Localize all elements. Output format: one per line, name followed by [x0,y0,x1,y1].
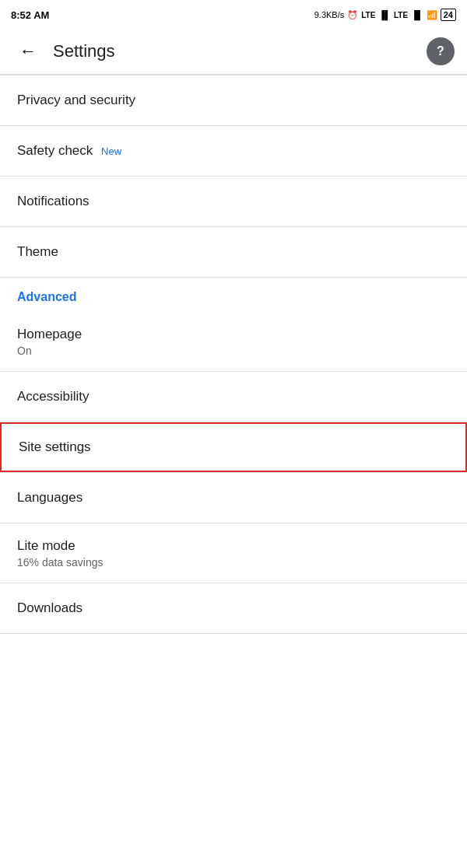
signal-icon: ▐▌ [378,10,391,19]
network-speed: 9.3KB/s [314,10,345,19]
settings-item-downloads[interactable]: Downloads [0,583,467,633]
theme-label: Theme [17,243,450,261]
settings-item-languages[interactable]: Languages [0,473,467,523]
battery-icon: 24 [441,9,456,21]
back-arrow-icon: ← [19,41,37,61]
settings-item-safety-check[interactable]: Safety check New [0,126,467,176]
alarm-icon: ⏰ [347,10,358,20]
status-icons: 9.3KB/s ⏰ LTE ▐▌ LTE ▐▌ 📶 24 [314,9,456,21]
lite-mode-sublabel: 16% data savings [17,556,450,569]
new-badge: New [101,145,121,157]
advanced-label: Advanced [17,290,76,303]
lte2-icon: LTE [394,11,408,19]
settings-item-accessibility[interactable]: Accessibility [0,372,467,422]
settings-item-site-settings[interactable]: Site settings [0,422,467,472]
lte-icon: LTE [361,11,375,19]
settings-list: Privacy and security Safety check New No… [0,75,467,278]
downloads-label: Downloads [17,600,450,617]
settings-item-privacy-security[interactable]: Privacy and security [0,75,467,125]
signal2-icon: ▐▌ [411,10,423,19]
site-settings-label: Site settings [19,439,448,456]
homepage-label: Homepage [17,326,450,343]
page-title: Settings [53,41,427,61]
help-button[interactable]: ? [427,37,455,65]
settings-item-homepage[interactable]: Homepage On [0,312,467,371]
privacy-security-label: Privacy and security [17,92,450,109]
advanced-list: Homepage On Accessibility Site settings … [0,312,467,634]
safety-check-label: Safety check New [17,142,450,159]
status-bar: 8:52 AM 9.3KB/s ⏰ LTE ▐▌ LTE ▐▌ 📶 24 [0,0,467,28]
settings-item-lite-mode[interactable]: Lite mode 16% data savings [0,523,467,583]
app-bar: ← Settings ? [0,28,467,75]
help-icon: ? [437,44,444,58]
settings-item-theme[interactable]: Theme [0,227,467,277]
back-button[interactable]: ← [12,36,44,67]
notifications-label: Notifications [17,193,450,210]
divider-10 [0,633,467,634]
lite-mode-label: Lite mode [17,537,450,555]
languages-label: Languages [17,489,450,506]
homepage-sublabel: On [17,345,450,357]
status-time: 8:52 AM [11,9,49,21]
wifi-icon: 📶 [427,10,437,20]
accessibility-label: Accessibility [17,388,450,405]
settings-item-notifications[interactable]: Notifications [0,177,467,226]
advanced-section-header: Advanced [0,278,467,312]
